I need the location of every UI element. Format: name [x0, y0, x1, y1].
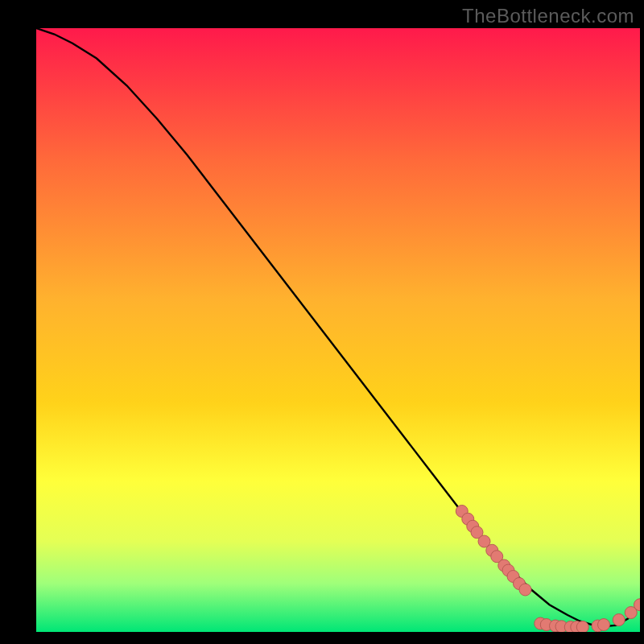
- data-dot: [613, 614, 625, 626]
- plot-area: [36, 28, 640, 632]
- data-dot: [576, 621, 588, 633]
- gradient-background: [36, 28, 640, 632]
- watermark-text: TheBottleneck.com: [462, 5, 634, 27]
- data-dot: [519, 584, 531, 596]
- chart-svg: [36, 28, 640, 632]
- chart-stage: TheBottleneck.com: [0, 0, 644, 644]
- data-dot: [598, 619, 610, 631]
